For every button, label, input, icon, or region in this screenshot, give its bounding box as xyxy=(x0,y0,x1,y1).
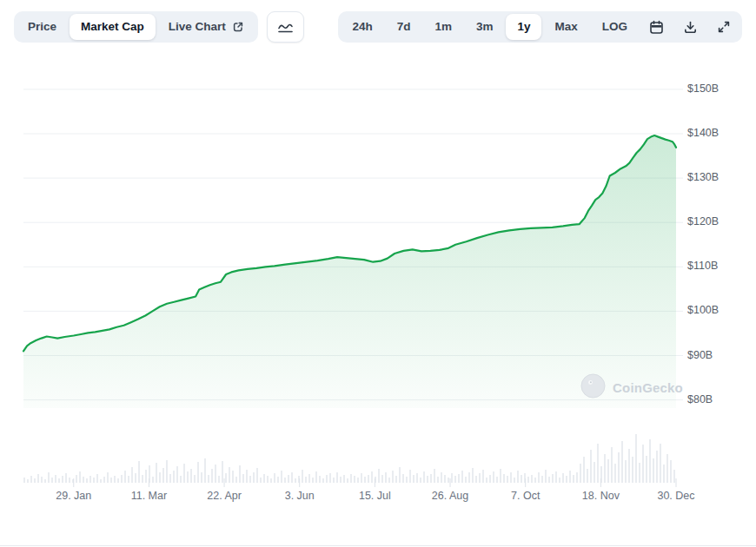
volume-bar xyxy=(496,477,498,483)
volume-bar xyxy=(430,474,432,483)
volume-bar xyxy=(312,478,314,483)
volume-bar xyxy=(434,469,435,483)
volume-bar xyxy=(399,467,401,483)
volume-bar xyxy=(180,476,182,483)
volume-bar xyxy=(580,464,581,483)
volume-bar xyxy=(270,478,272,483)
volume-bar xyxy=(58,478,60,483)
chart-canvas[interactable] xyxy=(0,0,756,547)
volume-bar xyxy=(288,475,289,483)
y-axis-label: $130B xyxy=(687,171,719,183)
volume-bar xyxy=(183,464,185,483)
volume-bar xyxy=(448,478,449,483)
volume-bar xyxy=(121,475,123,483)
volume-bar xyxy=(107,472,109,483)
volume-bar xyxy=(208,475,209,483)
volume-bar xyxy=(514,478,515,483)
volume-bar xyxy=(215,465,216,483)
volume-bar xyxy=(625,460,627,483)
volume-bar xyxy=(465,477,467,483)
coingecko-watermark: CoinGecko xyxy=(580,373,683,402)
volume-bar xyxy=(472,468,474,483)
volume-bar xyxy=(281,471,282,483)
volume-bar xyxy=(566,476,567,483)
volume-bar xyxy=(402,474,404,483)
volume-bar xyxy=(128,476,129,483)
volume-bar xyxy=(83,477,84,483)
volume-bar xyxy=(395,476,397,483)
x-axis-label: 7. Oct xyxy=(511,490,540,502)
volume-bar xyxy=(673,470,675,483)
volume-bar xyxy=(454,476,456,483)
volume-bar xyxy=(614,464,616,483)
volume-bar xyxy=(162,468,164,483)
volume-bar xyxy=(145,470,147,483)
volume-bar xyxy=(124,471,126,483)
volume-bar xyxy=(41,477,43,483)
volume-bar xyxy=(343,475,345,483)
x-axis-label: 30. Dec xyxy=(657,490,694,502)
volume-bar xyxy=(392,471,394,483)
volume-bar xyxy=(388,478,390,483)
volume-bar xyxy=(416,473,418,483)
volume-bar xyxy=(482,470,484,483)
volume-bar xyxy=(594,462,595,483)
volume-bar xyxy=(486,478,487,483)
y-axis-label: $110B xyxy=(687,260,718,272)
volume-bar xyxy=(322,478,324,483)
volume-bar xyxy=(249,476,251,483)
x-axis-label: 26. Aug xyxy=(432,490,468,502)
volume-bar xyxy=(211,469,213,483)
volume-bar xyxy=(555,471,557,483)
volume-bar xyxy=(187,471,189,483)
volume-bar xyxy=(441,472,442,483)
volume-bar xyxy=(284,478,286,483)
volume-bar xyxy=(159,472,161,483)
volume-bar xyxy=(527,477,529,483)
volume-bar xyxy=(420,478,421,483)
x-axis-label: 11. Mar xyxy=(131,490,167,502)
volume-bar xyxy=(326,475,328,483)
bottom-divider xyxy=(0,545,756,546)
volume-bar xyxy=(90,476,91,483)
volume-bar xyxy=(253,472,255,483)
volume-bar xyxy=(51,478,53,483)
volume-bar xyxy=(461,471,463,483)
volume-bar xyxy=(169,474,171,483)
coingecko-logo-icon xyxy=(580,373,606,402)
volume-bar xyxy=(93,478,95,483)
volume-bar xyxy=(538,472,540,483)
volume-bar xyxy=(260,478,262,483)
volume-bar xyxy=(100,479,102,483)
volume-bar xyxy=(663,465,665,483)
volume-bar xyxy=(225,473,227,483)
volume-bar xyxy=(354,476,355,483)
volume-bar xyxy=(597,444,599,483)
volume-bar xyxy=(531,475,533,483)
volume-bar xyxy=(117,478,119,483)
volume-bar xyxy=(305,477,307,483)
volume-bar xyxy=(131,467,133,483)
volume-bar xyxy=(235,477,237,483)
volume-bar xyxy=(458,474,460,483)
volume-bar xyxy=(239,465,241,483)
volume-bar xyxy=(653,458,654,483)
y-axis-label: $100B xyxy=(687,304,719,316)
volume-bar xyxy=(222,461,223,483)
volume-bar xyxy=(242,474,244,483)
volume-bar xyxy=(55,475,56,483)
volume-bar xyxy=(333,478,335,483)
volume-bar xyxy=(552,474,554,483)
watermark-text: CoinGecko xyxy=(613,380,683,395)
volume-bar xyxy=(76,475,77,483)
volume-bar xyxy=(267,476,269,483)
volume-bar xyxy=(197,462,199,483)
volume-bar xyxy=(350,474,352,483)
y-axis-label: $150B xyxy=(687,82,719,95)
volume-bar xyxy=(541,476,543,483)
volume-bar xyxy=(510,472,512,483)
volume-bar xyxy=(604,454,606,483)
volume-bar xyxy=(621,441,623,483)
volume-bar xyxy=(173,471,175,483)
volume-bar xyxy=(427,476,428,483)
